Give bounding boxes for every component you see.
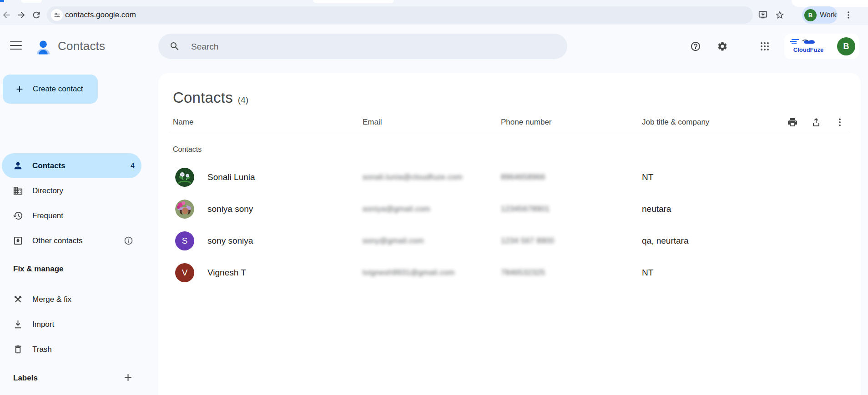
column-header-phone: Phone number — [501, 113, 552, 132]
contacts-list-panel: Contacts (4) Name Email Phone number Job… — [158, 73, 861, 395]
app-title: Contacts — [58, 39, 105, 53]
column-header-name: Name — [173, 113, 193, 132]
print-icon[interactable] — [787, 117, 798, 128]
info-icon[interactable] — [124, 236, 133, 245]
contact-phone-blurred: 8964658966 — [501, 161, 545, 193]
trash-icon — [13, 344, 23, 355]
contacts-group-label: Contacts — [173, 145, 202, 154]
search-bar[interactable] — [158, 34, 567, 59]
archive-box-icon — [13, 235, 23, 246]
tab-strip-hint — [21, 0, 42, 3]
sidebar-item-contacts[interactable]: Contacts 4 — [0, 153, 158, 178]
help-icon[interactable] — [690, 41, 701, 52]
tab-strip-accent — [0, 0, 4, 2]
add-label-plus-icon[interactable] — [122, 372, 134, 383]
export-upload-icon[interactable] — [811, 117, 822, 128]
page-title-count: (4) — [238, 95, 248, 105]
sidebar-item-trash[interactable]: Trash — [0, 337, 158, 362]
main-menu-icon[interactable] — [9, 40, 23, 51]
contact-job: NT — [642, 161, 653, 193]
tab-strip-hint — [313, 0, 394, 3]
settings-gear-icon[interactable] — [717, 41, 728, 52]
contact-avatar-monogram[interactable]: V — [175, 263, 194, 282]
search-icon[interactable] — [169, 41, 180, 52]
import-download-icon — [13, 319, 23, 330]
contact-name: sony soniya — [207, 236, 253, 246]
forward-icon[interactable] — [15, 9, 28, 21]
contacts-logo-icon — [34, 37, 53, 56]
contact-avatar-monogram[interactable]: S — [175, 231, 194, 250]
account-avatar[interactable]: B — [837, 37, 855, 55]
sidebar-item-directory[interactable]: Directory — [0, 178, 158, 203]
url-text[interactable]: contacts.google.com — [65, 6, 136, 24]
table-row-sony-soniya[interactable]: S sony soniya sony@gmail.com 1234 567 89… — [158, 225, 861, 257]
contact-phone-blurred: 12345678901 — [501, 193, 550, 225]
plus-icon — [15, 84, 25, 94]
sidebar-item-count: 4 — [131, 153, 135, 178]
sidebar: Create contact Contacts 4 Directory — [0, 64, 158, 395]
browser-profile-name: Work — [820, 11, 837, 19]
account-card: CloudFuze B — [784, 34, 859, 59]
sidebar-item-other-contacts[interactable]: Other contacts — [0, 228, 158, 253]
create-contact-label: Create contact — [33, 85, 83, 94]
bookmark-star-icon[interactable] — [773, 9, 786, 21]
sidebar-item-frequent[interactable]: Frequent — [0, 203, 158, 228]
screen: contacts.google.com B Work Contacts — [0, 0, 868, 395]
contact-name: Sonali Lunia — [207, 172, 255, 182]
sidebar-item-label: Contacts — [32, 153, 66, 178]
labels-heading: Labels — [13, 374, 38, 383]
cloudfuze-logo: CloudFuze — [789, 37, 828, 56]
contact-phone-blurred: 7846532325 — [501, 257, 545, 289]
browser-profile-button[interactable]: B Work — [802, 6, 838, 24]
contact-email-blurred: sonali.lunia@cloudfuze.com — [363, 161, 463, 193]
more-options-icon[interactable] — [834, 117, 845, 128]
page-title-text: Contacts — [173, 89, 233, 106]
column-header-job: Job title & company — [642, 113, 709, 132]
contact-job: neutara — [642, 193, 671, 225]
contact-name: Vignesh T — [207, 268, 246, 278]
sidebar-item-merge-fix[interactable]: Merge & fix — [0, 287, 158, 312]
google-apps-grid-icon[interactable] — [759, 41, 770, 52]
back-icon[interactable] — [0, 9, 13, 21]
page-title: Contacts (4) — [173, 89, 248, 106]
person-icon — [13, 160, 23, 171]
sidebar-item-label: Merge & fix — [32, 287, 71, 312]
contact-email-blurred: sony@gmail.com — [363, 225, 424, 257]
contact-job: NT — [642, 257, 653, 289]
sidebar-item-label: Trash — [32, 337, 52, 362]
contacts-app: Contacts CloudFuze B — [0, 25, 868, 395]
create-contact-button[interactable]: Create contact — [3, 75, 98, 104]
install-app-icon[interactable] — [757, 9, 769, 21]
contact-phone-blurred: 1234 567 8900 — [501, 225, 554, 257]
contact-email-blurred: soniya@gmail.com — [363, 193, 430, 225]
sidebar-item-import[interactable]: Import — [0, 312, 158, 337]
address-bar[interactable]: contacts.google.com — [47, 6, 753, 24]
table-row-vignesh-t[interactable]: V Vignesh T tvignesh9931@gmail.com 78465… — [158, 257, 861, 289]
sidebar-item-label: Import — [32, 312, 54, 337]
contact-avatar-portrait[interactable] — [175, 200, 194, 219]
reload-icon[interactable] — [30, 9, 43, 21]
sidebar-item-label: Directory — [32, 178, 63, 203]
site-info-icon[interactable] — [51, 9, 63, 21]
column-header-email: Email — [363, 113, 382, 132]
fix-manage-heading: Fix & manage — [13, 265, 64, 274]
table-row-soniya-sony[interactable]: soniya sony soniya@gmail.com 12345678901… — [158, 193, 861, 225]
contacts-table: Sonali Lunia sonali.lunia@cloudfuze.com … — [158, 161, 861, 289]
table-header-row: Name Email Phone number Job title & comp… — [158, 113, 861, 132]
browser-menu-icon[interactable] — [842, 9, 855, 21]
browser-toolbar: contacts.google.com B Work — [0, 0, 868, 25]
search-input[interactable] — [190, 34, 551, 60]
sidebar-item-label: Other contacts — [32, 228, 83, 253]
header-divider — [168, 132, 851, 132]
sidebar-item-label: Frequent — [32, 203, 63, 228]
contact-name: soniya sony — [207, 204, 253, 214]
tools-icon — [13, 294, 23, 305]
contact-job: qa, neurtara — [642, 225, 688, 257]
building-icon — [13, 185, 23, 196]
history-clock-icon — [13, 210, 23, 221]
cloudfuze-logo-text: CloudFuze — [789, 47, 828, 53]
contact-email-blurred: tvignesh9931@gmail.com — [363, 257, 454, 289]
browser-profile-avatar: B — [804, 9, 817, 21]
contact-avatar-flowers[interactable] — [175, 168, 194, 187]
table-row-sonali-lunia[interactable]: Sonali Lunia sonali.lunia@cloudfuze.com … — [158, 161, 861, 193]
